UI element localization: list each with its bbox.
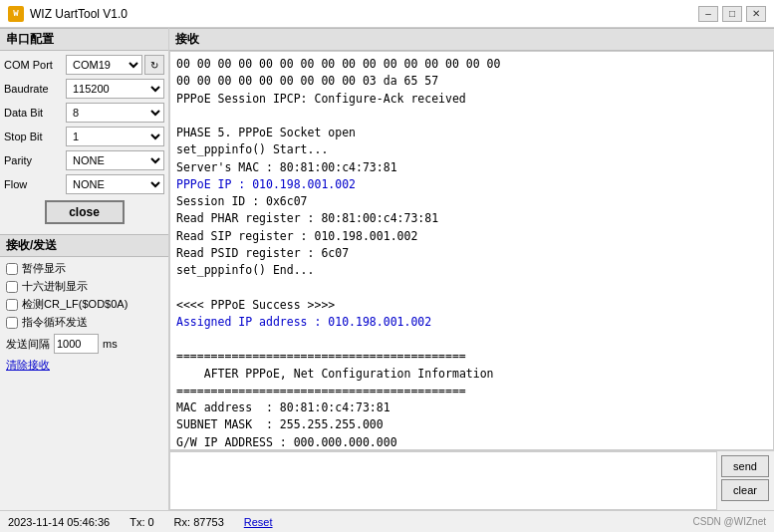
clear-button[interactable]: clear	[721, 479, 769, 501]
flow-row: Flow NONE	[4, 174, 164, 194]
trx-title: 接收/发送	[0, 234, 168, 257]
loop-send-label: 指令循环发送	[22, 315, 88, 330]
title-bar: W WIZ UartTool V1.0 – □ ✕	[0, 0, 774, 28]
send-input-area	[169, 451, 716, 510]
left-panel: 串口配置 COM Port COM19 ↻ Baudrate 115200 Da…	[0, 28, 169, 510]
recv-text: 00 00 00 00 00 00 00 00 00 00 00 00 00 0…	[176, 56, 767, 450]
serial-config-title: 串口配置	[0, 28, 168, 51]
credit-text: CSDN @WIZnet	[693, 516, 767, 527]
interval-label: 发送间隔	[6, 337, 50, 352]
main-content: 串口配置 COM Port COM19 ↻ Baudrate 115200 Da…	[0, 28, 774, 510]
flow-label: Flow	[4, 178, 64, 190]
interval-row: 发送间隔 ms	[6, 334, 162, 354]
loop-send-row: 指令循环发送	[6, 315, 162, 330]
trx-config-area: 暂停显示 十六进制显示 检测CR_LF($OD$0A) 指令循环发送 发送间隔 …	[0, 257, 168, 377]
crlf-detect-checkbox[interactable]	[6, 299, 18, 311]
close-window-button[interactable]: ✕	[746, 6, 766, 22]
pppoe-ip-text: PPPoE IP : 010.198.001.002	[176, 177, 356, 191]
parity-row: Parity NONE	[4, 150, 164, 170]
rx-status: Rx: 87753	[174, 516, 224, 528]
stop-bit-row: Stop Bit 1	[4, 127, 164, 146]
recv-title: 接收	[169, 28, 774, 51]
pause-display-checkbox[interactable]	[6, 263, 18, 275]
flow-select[interactable]: NONE	[66, 174, 164, 194]
maximize-button[interactable]: □	[722, 6, 742, 22]
baudrate-select[interactable]: 115200	[66, 79, 164, 99]
assigned-ip-text: Assigned IP address : 010.198.001.002	[176, 315, 431, 329]
reset-status[interactable]: Reset	[244, 516, 273, 528]
crlf-detect-label: 检测CR_LF($OD$0A)	[22, 297, 128, 312]
send-area: send clear	[169, 450, 774, 510]
app-title: WIZ UartTool V1.0	[30, 7, 128, 21]
recv-section: 接收 00 00 00 00 00 00 00 00 00 00 00 00 0…	[169, 28, 774, 450]
interval-unit: ms	[103, 338, 118, 350]
hex-display-label: 十六进制显示	[22, 279, 88, 294]
parity-select[interactable]: NONE	[66, 150, 164, 170]
port-close-button[interactable]: close	[45, 200, 125, 224]
data-bit-select[interactable]: 8	[66, 103, 164, 123]
baudrate-row: Baudrate 115200	[4, 79, 164, 99]
interval-input[interactable]	[54, 334, 99, 354]
title-bar-left: W WIZ UartTool V1.0	[8, 6, 128, 22]
status-bar: 2023-11-14 05:46:36 Tx: 0 Rx: 87753 Rese…	[0, 510, 774, 532]
parity-label: Parity	[4, 154, 64, 166]
datetime-status: 2023-11-14 05:46:36	[8, 516, 110, 528]
tx-status: Tx: 0	[129, 516, 153, 528]
data-bit-label: Data Bit	[4, 107, 64, 119]
clear-recv-button[interactable]: 清除接收	[6, 358, 50, 373]
app-icon: W	[8, 6, 24, 22]
stop-bit-label: Stop Bit	[4, 131, 64, 142]
right-panel: 接收 00 00 00 00 00 00 00 00 00 00 00 00 0…	[169, 28, 774, 510]
com-port-label: COM Port	[4, 59, 64, 71]
hex-display-checkbox[interactable]	[6, 281, 18, 293]
minimize-button[interactable]: –	[698, 6, 718, 22]
pause-display-label: 暂停显示	[22, 261, 66, 276]
data-bit-row: Data Bit 8	[4, 103, 164, 123]
com-port-row: COM Port COM19 ↻	[4, 55, 164, 75]
send-button[interactable]: send	[721, 455, 769, 477]
com-port-select[interactable]: COM19	[66, 55, 142, 75]
send-buttons-area: send clear	[716, 451, 774, 510]
pause-display-row: 暂停显示	[6, 261, 162, 276]
serial-config-area: COM Port COM19 ↻ Baudrate 115200 Data Bi…	[0, 51, 168, 234]
crlf-detect-row: 检测CR_LF($OD$0A)	[6, 297, 162, 312]
hex-display-row: 十六进制显示	[6, 279, 162, 294]
send-textarea[interactable]	[174, 456, 712, 505]
stop-bit-select[interactable]: 1	[66, 127, 164, 146]
loop-send-checkbox[interactable]	[6, 317, 18, 329]
title-bar-controls: – □ ✕	[698, 6, 766, 22]
recv-content[interactable]: 00 00 00 00 00 00 00 00 00 00 00 00 00 0…	[169, 51, 774, 450]
baudrate-label: Baudrate	[4, 83, 64, 95]
refresh-button[interactable]: ↻	[144, 55, 164, 75]
